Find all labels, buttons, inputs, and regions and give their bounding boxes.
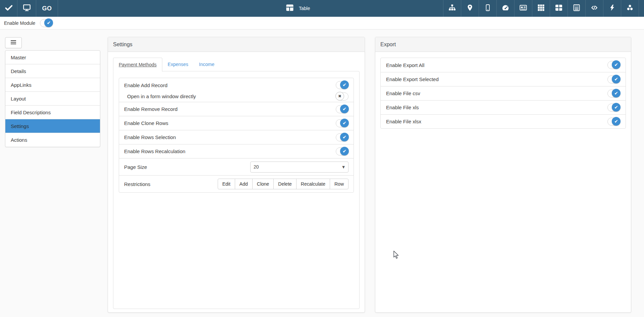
map-marker-icon — [466, 4, 474, 13]
enable-module-toggle[interactable] — [40, 19, 53, 27]
tab-income[interactable]: Income — [194, 58, 220, 71]
modules-nav-button[interactable] — [621, 0, 639, 17]
sidebar-item-details[interactable]: Details — [5, 64, 100, 78]
monitor-icon — [22, 3, 31, 13]
setting-label: Open in a form window directly — [124, 93, 196, 99]
hamburger-icon — [10, 40, 16, 46]
go-button[interactable]: GO — [36, 0, 58, 17]
enable-add-record-toggle[interactable] — [336, 81, 348, 89]
tab-payment-methods[interactable]: Payment Methods — [113, 58, 162, 72]
restriction-delete-button[interactable]: Delete — [273, 179, 296, 189]
setting-row-add-record: Enable Add Record Open in a form window … — [119, 78, 354, 102]
sitemap-nav-button[interactable] — [443, 0, 461, 17]
enable-file-xls-toggle[interactable] — [607, 104, 620, 112]
sidebar-menu: Master Details AppLinks Layout Field Des… — [5, 50, 100, 147]
table-nav-button[interactable] — [550, 0, 568, 17]
form-list-icon — [573, 4, 581, 13]
export-label: Enable File xlsx — [386, 119, 421, 124]
tab-label: Income — [199, 62, 214, 67]
dashboard-nav-button[interactable] — [496, 0, 514, 17]
setting-label: Enable Remove Record — [124, 106, 177, 112]
tab-expenses[interactable]: Expenses — [162, 58, 194, 71]
top-navigation-bar: GO Table — [0, 0, 644, 17]
setting-line-enable-add-record: Enable Add Record — [124, 78, 348, 91]
form-nav-button[interactable] — [568, 0, 585, 17]
check-icon — [612, 89, 621, 98]
sidebar-item-actions[interactable]: Actions — [5, 133, 100, 147]
x-icon — [335, 92, 344, 101]
check-icon — [612, 117, 621, 126]
sidebar-item-applinks[interactable]: AppLinks — [5, 78, 100, 92]
table-panes-icon — [555, 4, 563, 13]
grid-icon — [537, 4, 545, 13]
tab-label: Payment Methods — [119, 62, 157, 67]
page-size-select[interactable]: 20 ▼ — [250, 162, 348, 173]
restriction-recalculate-button[interactable]: Recalculate — [296, 179, 330, 189]
chevron-down-icon: ▼ — [342, 162, 345, 172]
check-icon — [340, 80, 349, 89]
tab-label: Expenses — [168, 62, 188, 67]
id-card-nav-button[interactable] — [514, 0, 532, 17]
enable-module-label: Enable Module — [4, 20, 35, 26]
sidebar-item-settings[interactable]: Settings — [5, 119, 100, 133]
enable-rows-selection-toggle[interactable] — [336, 133, 348, 141]
sidebar-item-master[interactable]: Master — [5, 51, 100, 64]
confirm-button[interactable] — [0, 0, 17, 17]
check-icon — [340, 105, 349, 113]
check-icon — [612, 103, 621, 112]
code-icon — [590, 4, 599, 13]
go-button-label: GO — [42, 5, 52, 12]
setting-label: Enable Rows Selection — [124, 134, 176, 140]
export-list: Enable Export All Enable Export Selected… — [380, 58, 626, 129]
actions-nav-button[interactable] — [603, 0, 621, 17]
sitemap-icon — [448, 4, 456, 13]
app-window: GO Table — [0, 0, 644, 317]
enable-file-csv-toggle[interactable] — [607, 89, 620, 98]
enable-file-xlsx-toggle[interactable] — [607, 118, 620, 126]
enable-rows-recalculation-toggle[interactable] — [336, 147, 348, 155]
check-icon — [340, 147, 349, 155]
export-row-export-selected: Enable Export Selected — [381, 72, 626, 86]
export-row-export-all: Enable Export All — [381, 58, 626, 72]
page-size-value: 20 — [251, 164, 259, 170]
export-label: Enable Export All — [386, 62, 424, 68]
restriction-edit-button[interactable]: Edit — [218, 179, 235, 189]
setting-row-page-size: Page Size 20 ▼ — [119, 158, 354, 175]
export-label: Enable File xls — [386, 105, 419, 110]
check-icon — [612, 75, 621, 83]
table-icon — [286, 4, 294, 13]
restriction-clone-button[interactable]: Clone — [252, 179, 274, 189]
open-form-window-toggle[interactable] — [336, 92, 348, 101]
export-label: Enable File csv — [386, 90, 420, 96]
cubes-icon — [626, 4, 634, 13]
sidebar-collapse-button[interactable] — [5, 37, 22, 48]
check-icon — [340, 133, 349, 141]
mobile-nav-button[interactable] — [479, 0, 496, 17]
export-label: Enable Export Selected — [386, 76, 439, 82]
setting-label: Enable Clone Rows — [124, 120, 168, 126]
bolt-icon — [608, 4, 616, 13]
module-bar: Enable Module — [0, 17, 644, 29]
setting-label: Enable Rows Recalculation — [124, 148, 185, 154]
restriction-add-button[interactable]: Add — [235, 179, 253, 189]
enable-export-selected-toggle[interactable] — [607, 75, 620, 83]
restriction-row-button[interactable]: Row — [330, 179, 348, 189]
id-card-icon — [519, 4, 528, 13]
enable-clone-rows-toggle[interactable] — [336, 119, 348, 127]
location-nav-button[interactable] — [461, 0, 479, 17]
sidebar-item-layout[interactable]: Layout — [5, 92, 100, 106]
preview-button[interactable] — [17, 0, 36, 17]
grid-nav-button[interactable] — [532, 0, 550, 17]
settings-tabs: Payment Methods Expenses Income — [113, 58, 360, 71]
setting-label: Page Size — [124, 164, 147, 170]
code-nav-button[interactable] — [585, 0, 603, 17]
export-panel-title: Export — [375, 37, 631, 52]
current-module-indicator: Table — [286, 0, 310, 17]
export-panel-body: Enable Export All Enable Export Selected… — [375, 52, 631, 129]
setting-row-clone-rows: Enable Clone Rows — [119, 116, 354, 130]
setting-label: Restrictions — [124, 181, 150, 187]
setting-row-rows-recalculation: Enable Rows Recalculation — [119, 144, 354, 158]
enable-remove-record-toggle[interactable] — [336, 105, 348, 113]
enable-export-all-toggle[interactable] — [607, 61, 620, 69]
sidebar-item-field-descriptions[interactable]: Field Descriptions — [5, 106, 100, 119]
